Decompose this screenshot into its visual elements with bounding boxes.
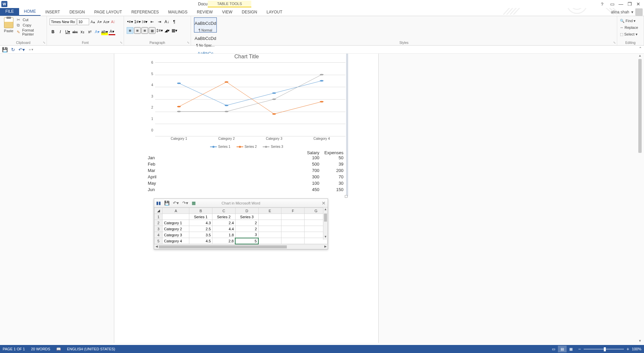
tab-file[interactable]: FILE bbox=[0, 7, 19, 16]
doc-scroll-thumb[interactable] bbox=[638, 59, 642, 153]
chart-data-point[interactable] bbox=[320, 101, 323, 102]
select-button[interactable]: ⬚Select▾ bbox=[620, 31, 641, 38]
minimize-icon[interactable]: — bbox=[617, 1, 625, 7]
font-dialog-launcher-icon[interactable]: ⤡ bbox=[120, 41, 123, 44]
sheet-cell[interactable] bbox=[281, 238, 305, 244]
sheet-cell[interactable] bbox=[258, 232, 281, 238]
tab-review[interactable]: REVIEW bbox=[192, 8, 217, 16]
user-area[interactable]: alina shah ▾ bbox=[611, 8, 644, 16]
print-layout-icon[interactable]: ▤ bbox=[558, 346, 567, 352]
column-header[interactable]: B bbox=[189, 208, 212, 214]
sheet-cell[interactable]: 2 bbox=[235, 220, 258, 226]
zoom-out-button[interactable]: − bbox=[578, 346, 581, 352]
chart-series-line[interactable] bbox=[179, 82, 322, 114]
tab-table-layout[interactable]: LAYOUT bbox=[262, 8, 287, 16]
cut-button[interactable]: Cut bbox=[17, 17, 44, 22]
subscript-button[interactable]: x₂ bbox=[79, 28, 86, 35]
select-all-cell[interactable]: ◢ bbox=[154, 208, 163, 214]
tab-page-layout[interactable]: PAGE LAYOUT bbox=[89, 8, 127, 16]
status-word-count[interactable]: 20 WORDS bbox=[31, 347, 50, 351]
repeat-icon[interactable]: ↻ bbox=[11, 47, 15, 52]
font-name-input[interactable] bbox=[50, 18, 76, 25]
close-icon[interactable]: ✕ bbox=[634, 1, 643, 7]
bullets-button[interactable]: •≡▾ bbox=[127, 18, 133, 25]
sheet-cell[interactable] bbox=[258, 226, 281, 232]
justify-button[interactable]: ≣ bbox=[149, 27, 155, 34]
paste-button[interactable]: Paste bbox=[3, 17, 15, 38]
chart-object[interactable]: Chart Title 0123456 Category 1Category 2… bbox=[148, 54, 345, 149]
sheet-cell[interactable]: 5 bbox=[235, 238, 258, 244]
status-page[interactable]: PAGE 1 OF 1 bbox=[3, 347, 25, 351]
sheet-cell[interactable] bbox=[163, 214, 189, 220]
row-header[interactable]: 2 bbox=[154, 220, 163, 226]
tab-view[interactable]: VIEW bbox=[217, 8, 237, 16]
sheet-redo-icon[interactable]: ↷▾ bbox=[182, 200, 188, 205]
sheet-cell[interactable] bbox=[281, 226, 305, 232]
scroll-right-icon[interactable]: ▶ bbox=[323, 245, 328, 248]
zoom-knob[interactable] bbox=[604, 347, 606, 351]
chart-legend[interactable]: Series 1Series 2Series 3 bbox=[148, 145, 345, 149]
page[interactable]: Chart Title 0123456 Category 1Category 2… bbox=[114, 54, 379, 343]
table-row[interactable]: Feb50039 bbox=[148, 162, 345, 168]
chart-title[interactable]: Chart Title bbox=[148, 54, 345, 60]
sheet-cell[interactable]: Category 2 bbox=[163, 226, 189, 232]
status-language[interactable]: ENGLISH (UNITED STATES) bbox=[67, 347, 115, 351]
numbering-button[interactable]: 1≡▾ bbox=[134, 18, 141, 25]
qat-customize-icon[interactable]: ＝▾ bbox=[28, 47, 33, 52]
shading-button[interactable]: ◢▾ bbox=[164, 27, 170, 34]
chart-data-point[interactable] bbox=[224, 81, 228, 82]
doc-scroll-down-icon[interactable]: ▼ bbox=[637, 339, 643, 344]
tab-mailings[interactable]: MAILINGS bbox=[164, 8, 192, 16]
tab-insert[interactable]: INSERT bbox=[41, 8, 65, 16]
chart-plot-area[interactable]: 0123456 Category 1Category 2Category 3Ca… bbox=[148, 62, 345, 143]
table-row[interactable]: Jun450150 bbox=[148, 187, 345, 193]
tab-home[interactable]: HOME bbox=[19, 8, 41, 16]
sheet-cell[interactable] bbox=[281, 214, 305, 220]
collapse-ribbon-icon[interactable]: ⌃ bbox=[639, 46, 642, 51]
styles-dialog-launcher-icon[interactable]: ⤡ bbox=[613, 41, 616, 44]
chart-data-editor-window[interactable]: ▮▮ 💾 ↶▾ ↷▾ ▦ Chart in Microsoft Word ✕ ◢… bbox=[154, 198, 328, 249]
chart-data-point[interactable] bbox=[272, 92, 276, 94]
font-color-button[interactable]: A▾ bbox=[109, 28, 115, 35]
text-effects-button[interactable]: A▾ bbox=[94, 28, 101, 35]
style--no-spac-[interactable]: AaBbCcDd¶ No Spac... bbox=[194, 33, 217, 48]
table-row[interactable]: May10030 bbox=[148, 181, 345, 187]
row-header[interactable]: 5 bbox=[154, 238, 163, 244]
sheet-cell[interactable]: 2.4 bbox=[212, 220, 236, 226]
status-proofing-icon[interactable]: 📖 bbox=[56, 347, 61, 351]
sheet-cell[interactable]: Series 2 bbox=[212, 214, 236, 220]
column-header[interactable]: F bbox=[281, 208, 305, 214]
column-header[interactable]: D bbox=[235, 208, 258, 214]
sheet-save-icon[interactable]: 💾 bbox=[164, 200, 170, 205]
sheet-grid[interactable]: ◢ABCDEFG1Series 1Series 2Series 32Catego… bbox=[154, 208, 328, 244]
copy-button[interactable]: Copy bbox=[17, 23, 44, 27]
legend-item[interactable]: Series 3 bbox=[263, 145, 283, 149]
undo-icon[interactable]: ↶▾ bbox=[18, 47, 25, 52]
sheet-cell[interactable]: Series 3 bbox=[235, 214, 258, 220]
shrink-font-button[interactable]: A▾ bbox=[96, 18, 103, 25]
sort-button[interactable]: A↓ bbox=[164, 18, 170, 25]
chart-data-point[interactable] bbox=[177, 111, 181, 112]
save-icon[interactable]: 💾 bbox=[2, 47, 8, 52]
find-button[interactable]: 🔍Find▾ bbox=[620, 17, 641, 24]
scroll-left-icon[interactable]: ◀ bbox=[154, 245, 159, 248]
table-row[interactable]: April30070 bbox=[148, 174, 345, 181]
sheet-undo-icon[interactable]: ↶▾ bbox=[173, 200, 179, 205]
row-header[interactable]: 4 bbox=[154, 232, 163, 238]
chart-series-line[interactable] bbox=[179, 81, 322, 105]
zoom-in-button[interactable]: + bbox=[627, 346, 629, 352]
format-painter-button[interactable]: Format Painter bbox=[17, 28, 44, 36]
legend-item[interactable]: Series 1 bbox=[210, 145, 231, 149]
sheet-cell[interactable]: Category 1 bbox=[163, 220, 189, 226]
tab-references[interactable]: REFERENCES bbox=[127, 8, 164, 16]
scroll-down-icon[interactable]: ▼ bbox=[323, 235, 328, 240]
align-left-button[interactable]: ≡ bbox=[127, 27, 133, 34]
chart-data-point[interactable] bbox=[177, 106, 181, 107]
chart-data-point[interactable] bbox=[272, 113, 276, 115]
ribbon-display-options-icon[interactable]: ▭ bbox=[608, 1, 617, 7]
chart-data-point[interactable] bbox=[320, 80, 323, 81]
chart-data-point[interactable] bbox=[320, 74, 323, 75]
sheet-cell[interactable]: 4.4 bbox=[212, 226, 236, 232]
column-header[interactable]: C bbox=[212, 208, 236, 214]
read-mode-icon[interactable]: ▭ bbox=[549, 346, 558, 352]
